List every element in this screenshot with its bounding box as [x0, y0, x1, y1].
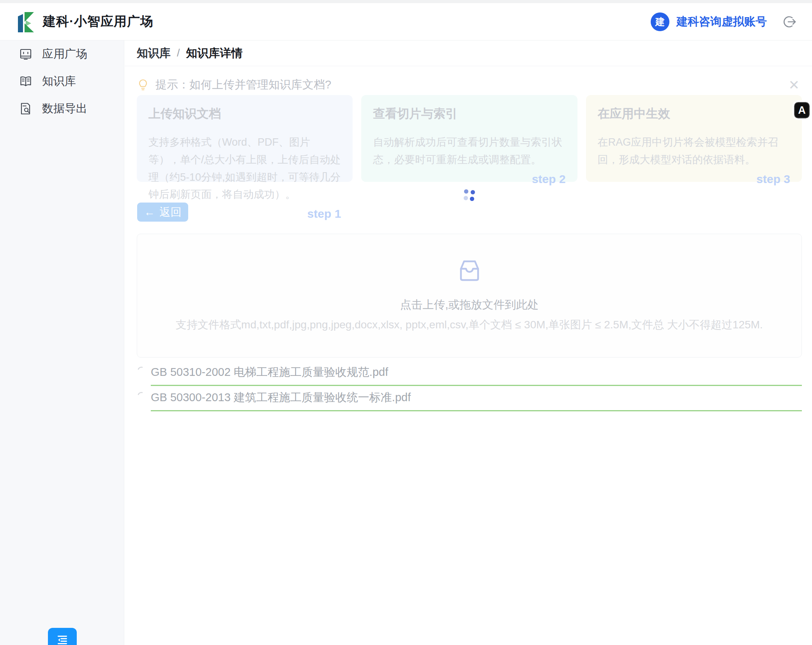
- tip-text: 提示：如何上传并管理知识库文档?: [155, 77, 331, 93]
- sidebar: 应用广场 知识库 数据导出: [0, 41, 124, 645]
- book-icon: [19, 74, 33, 88]
- app-header: 建科·小智应用广场 建 建科咨询虚拟账号: [0, 3, 812, 41]
- upload-dropzone[interactable]: 点击上传,或拖放文件到此处 支持文件格式md,txt,pdf,jpg,png,j…: [137, 234, 802, 358]
- app-grid-icon: [19, 47, 33, 61]
- file-name: GB 50310-2002 电梯工程施工质量验收规范.pdf: [151, 365, 802, 380]
- step-card-title: 上传知识文档: [148, 106, 341, 122]
- step-card-upload: 上传知识文档 支持多种格式（Word、PDF、图片等），单个/总大小有上限，上传…: [137, 95, 353, 182]
- close-icon[interactable]: ✕: [789, 78, 800, 92]
- app-title: 建科·小智应用广场: [43, 13, 154, 30]
- sidebar-item-label: 数据导出: [42, 101, 87, 116]
- data-export-icon: [19, 102, 33, 116]
- collapse-menu-button[interactable]: [48, 628, 77, 645]
- account-name[interactable]: 建科咨询虚拟账号: [676, 14, 767, 30]
- file-loading-icon: [137, 366, 146, 375]
- brand-logo-icon: [17, 11, 35, 32]
- step-badge: step 3: [598, 173, 790, 186]
- step-card-title: 查看切片与索引: [373, 106, 565, 122]
- sidebar-item-knowledge-base[interactable]: 知识库: [0, 68, 124, 95]
- breadcrumb: 知识库 / 知识库详情: [125, 41, 812, 66]
- back-button-label: 返回: [160, 205, 182, 220]
- dropzone-secondary-text: 支持文件格式md,txt,pdf,jpg,png,jpeg,docx,xlsx,…: [176, 317, 763, 332]
- step-card-body: 支持多种格式（Word、PDF、图片等），单个/总大小有上限，上传后自动处理（约…: [148, 134, 341, 203]
- file-progress-track: GB 50300-2013 建筑工程施工质量验收统一标准.pdf: [151, 387, 802, 411]
- indent-left-icon: [55, 633, 70, 645]
- step-badge: step 2: [373, 173, 565, 186]
- sidebar-item-label: 应用广场: [42, 46, 87, 62]
- breadcrumb-parent-link[interactable]: 知识库: [137, 46, 171, 61]
- sidebar-item-data-export[interactable]: 数据导出: [0, 95, 124, 122]
- arrow-left-icon: ←: [144, 206, 155, 219]
- step-card-title: 在应用中生效: [598, 106, 790, 122]
- file-loading-icon: [137, 391, 146, 401]
- avatar[interactable]: 建: [651, 12, 669, 31]
- step-card-body: 自动解析成功后可查看切片数量与索引状态，必要时可重新生成或调整配置。: [373, 134, 565, 169]
- page-title: 知识库详情: [186, 46, 243, 61]
- step-cards: 上传知识文档 支持多种格式（Word、PDF、图片等），单个/总大小有上限，上传…: [137, 95, 802, 182]
- main-content: 知识库 / 知识库详情 提示：如何上传并管理知识库文档? ✕ 上传知识文档 支持…: [125, 41, 812, 645]
- upload-file-list: GB 50310-2002 电梯工程施工质量验收规范.pdf GB 50300-…: [137, 361, 802, 411]
- sidebar-item-app-plaza[interactable]: 应用广场: [0, 41, 124, 68]
- lightbulb-icon: [137, 79, 149, 91]
- breadcrumb-separator: /: [177, 47, 180, 59]
- tip-banner: 提示：如何上传并管理知识库文档? ✕: [137, 74, 800, 96]
- window-top-strip: [0, 0, 812, 3]
- step-card-slices: 查看切片与索引 自动解析成功后可查看切片数量与索引状态，必要时可重新生成或调整配…: [361, 95, 577, 182]
- inbox-upload-icon: [458, 259, 481, 282]
- dropzone-primary-text: 点击上传,或拖放文件到此处: [400, 297, 538, 313]
- logout-icon[interactable]: [782, 15, 796, 29]
- file-name: GB 50300-2013 建筑工程施工质量验收统一标准.pdf: [151, 390, 802, 405]
- step-card-body: 在RAG应用中切片将会被模型检索并召回，形成大模型对话的依据语料。: [598, 134, 790, 169]
- extension-a-badge[interactable]: A: [794, 102, 810, 118]
- loading-spinner: [464, 189, 476, 202]
- account-area[interactable]: 建 建科咨询虚拟账号: [651, 12, 796, 31]
- sidebar-item-label: 知识库: [42, 74, 76, 89]
- file-row[interactable]: GB 50300-2013 建筑工程施工质量验收统一标准.pdf: [137, 387, 802, 411]
- back-button[interactable]: ← 返回: [137, 203, 188, 222]
- file-progress-track: GB 50310-2002 电梯工程施工质量验收规范.pdf: [151, 361, 802, 386]
- file-row[interactable]: GB 50310-2002 电梯工程施工质量验收规范.pdf: [137, 361, 802, 386]
- step-card-apply: 在应用中生效 在RAG应用中切片将会被模型检索并召回，形成大模型对话的依据语料。…: [586, 95, 802, 182]
